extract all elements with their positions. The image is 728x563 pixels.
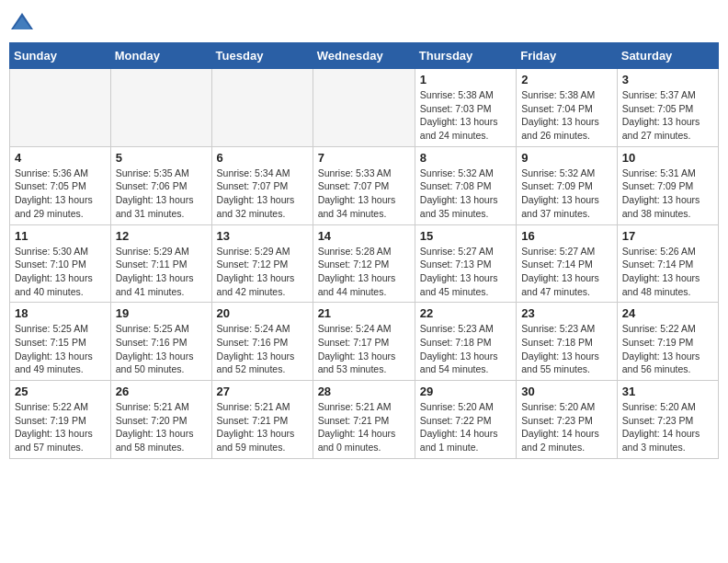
calendar-cell: 19Sunrise: 5:25 AM Sunset: 7:16 PM Dayli… [110, 303, 211, 381]
calendar-cell: 7Sunrise: 5:33 AM Sunset: 7:07 PM Daylig… [313, 146, 415, 224]
day-info: Sunrise: 5:22 AM Sunset: 7:19 PM Dayligh… [622, 322, 713, 376]
day-info: Sunrise: 5:37 AM Sunset: 7:05 PM Dayligh… [622, 88, 713, 143]
day-number: 11 [15, 229, 106, 243]
calendar-header-friday: Friday [517, 43, 618, 69]
day-info: Sunrise: 5:35 AM Sunset: 7:06 PM Dayligh… [116, 167, 207, 221]
calendar-cell: 28Sunrise: 5:21 AM Sunset: 7:21 PM Dayli… [313, 381, 415, 459]
calendar-cell: 21Sunrise: 5:24 AM Sunset: 7:17 PM Dayli… [313, 303, 415, 381]
day-info: Sunrise: 5:33 AM Sunset: 7:07 PM Dayligh… [318, 167, 410, 221]
day-number: 26 [116, 385, 207, 398]
calendar-table: SundayMondayTuesdayWednesdayThursdayFrid… [9, 42, 719, 459]
day-number: 29 [420, 385, 511, 398]
day-info: Sunrise: 5:26 AM Sunset: 7:14 PM Dayligh… [622, 245, 713, 299]
calendar-cell: 23Sunrise: 5:23 AM Sunset: 7:18 PM Dayli… [517, 303, 618, 381]
calendar-cell: 13Sunrise: 5:29 AM Sunset: 7:12 PM Dayli… [211, 224, 313, 303]
calendar-cell: 9Sunrise: 5:32 AM Sunset: 7:09 PM Daylig… [517, 146, 618, 224]
day-number: 15 [420, 229, 511, 243]
day-info: Sunrise: 5:27 AM Sunset: 7:14 PM Dayligh… [521, 245, 612, 299]
calendar-cell: 30Sunrise: 5:20 AM Sunset: 7:23 PM Dayli… [517, 381, 618, 459]
calendar-cell: 16Sunrise: 5:27 AM Sunset: 7:14 PM Dayli… [517, 224, 618, 303]
calendar-header-saturday: Saturday [617, 43, 718, 69]
day-info: Sunrise: 5:38 AM Sunset: 7:04 PM Dayligh… [521, 88, 612, 143]
day-number: 21 [318, 306, 410, 320]
calendar-header-monday: Monday [110, 43, 211, 69]
logo-icon [9, 9, 35, 35]
day-info: Sunrise: 5:25 AM Sunset: 7:15 PM Dayligh… [15, 322, 106, 376]
day-number: 16 [521, 229, 612, 243]
calendar-cell: 18Sunrise: 5:25 AM Sunset: 7:15 PM Dayli… [10, 303, 111, 381]
calendar-cell [211, 69, 313, 147]
week-row-1: 1Sunrise: 5:38 AM Sunset: 7:03 PM Daylig… [10, 69, 719, 147]
calendar-cell: 27Sunrise: 5:21 AM Sunset: 7:21 PM Dayli… [211, 381, 313, 459]
day-info: Sunrise: 5:28 AM Sunset: 7:12 PM Dayligh… [318, 245, 410, 299]
week-row-5: 25Sunrise: 5:22 AM Sunset: 7:19 PM Dayli… [10, 381, 719, 459]
calendar-cell: 6Sunrise: 5:34 AM Sunset: 7:07 PM Daylig… [211, 146, 313, 224]
day-info: Sunrise: 5:29 AM Sunset: 7:12 PM Dayligh… [217, 245, 308, 299]
day-info: Sunrise: 5:23 AM Sunset: 7:18 PM Dayligh… [420, 322, 511, 376]
day-number: 22 [420, 306, 511, 320]
day-info: Sunrise: 5:32 AM Sunset: 7:09 PM Dayligh… [521, 167, 612, 221]
day-info: Sunrise: 5:23 AM Sunset: 7:18 PM Dayligh… [521, 322, 612, 376]
day-info: Sunrise: 5:21 AM Sunset: 7:20 PM Dayligh… [116, 400, 207, 454]
calendar-cell: 5Sunrise: 5:35 AM Sunset: 7:06 PM Daylig… [110, 146, 211, 224]
calendar-cell: 3Sunrise: 5:37 AM Sunset: 7:05 PM Daylig… [617, 69, 718, 147]
calendar-cell: 10Sunrise: 5:31 AM Sunset: 7:09 PM Dayli… [617, 146, 718, 224]
calendar-cell: 4Sunrise: 5:36 AM Sunset: 7:05 PM Daylig… [10, 146, 111, 224]
day-number: 10 [622, 151, 713, 165]
day-number: 18 [15, 306, 106, 320]
day-number: 25 [15, 385, 106, 398]
day-info: Sunrise: 5:34 AM Sunset: 7:07 PM Dayligh… [217, 167, 308, 221]
day-number: 30 [521, 385, 612, 398]
calendar-cell: 2Sunrise: 5:38 AM Sunset: 7:04 PM Daylig… [517, 69, 618, 147]
day-info: Sunrise: 5:21 AM Sunset: 7:21 PM Dayligh… [318, 400, 410, 454]
calendar-cell [313, 69, 415, 147]
day-number: 28 [318, 385, 410, 398]
day-info: Sunrise: 5:20 AM Sunset: 7:23 PM Dayligh… [622, 400, 713, 454]
day-number: 12 [116, 229, 207, 243]
day-number: 20 [217, 306, 308, 320]
day-number: 7 [318, 151, 410, 165]
calendar-header-row: SundayMondayTuesdayWednesdayThursdayFrid… [10, 43, 719, 69]
calendar-cell: 29Sunrise: 5:20 AM Sunset: 7:22 PM Dayli… [415, 381, 516, 459]
calendar-cell: 25Sunrise: 5:22 AM Sunset: 7:19 PM Dayli… [10, 381, 111, 459]
logo [9, 9, 39, 35]
calendar-cell: 15Sunrise: 5:27 AM Sunset: 7:13 PM Dayli… [415, 224, 516, 303]
day-number: 24 [622, 306, 713, 320]
calendar-cell: 14Sunrise: 5:28 AM Sunset: 7:12 PM Dayli… [313, 224, 415, 303]
day-number: 31 [622, 385, 713, 398]
calendar-cell [110, 69, 211, 147]
calendar-header-tuesday: Tuesday [211, 43, 313, 69]
calendar-cell: 24Sunrise: 5:22 AM Sunset: 7:19 PM Dayli… [617, 303, 718, 381]
day-number: 13 [217, 229, 308, 243]
day-number: 8 [420, 151, 511, 165]
calendar-cell: 12Sunrise: 5:29 AM Sunset: 7:11 PM Dayli… [110, 224, 211, 303]
day-number: 2 [521, 73, 612, 86]
day-info: Sunrise: 5:24 AM Sunset: 7:16 PM Dayligh… [217, 322, 308, 376]
calendar-header-sunday: Sunday [10, 43, 111, 69]
day-number: 14 [318, 229, 410, 243]
page-header [9, 9, 719, 35]
day-info: Sunrise: 5:24 AM Sunset: 7:17 PM Dayligh… [318, 322, 410, 376]
calendar-cell [10, 69, 111, 147]
calendar-cell: 22Sunrise: 5:23 AM Sunset: 7:18 PM Dayli… [415, 303, 516, 381]
day-info: Sunrise: 5:25 AM Sunset: 7:16 PM Dayligh… [116, 322, 207, 376]
day-number: 3 [622, 73, 713, 86]
day-info: Sunrise: 5:31 AM Sunset: 7:09 PM Dayligh… [622, 167, 713, 221]
day-info: Sunrise: 5:27 AM Sunset: 7:13 PM Dayligh… [420, 245, 511, 299]
week-row-4: 18Sunrise: 5:25 AM Sunset: 7:15 PM Dayli… [10, 303, 719, 381]
calendar-cell: 11Sunrise: 5:30 AM Sunset: 7:10 PM Dayli… [10, 224, 111, 303]
day-info: Sunrise: 5:29 AM Sunset: 7:11 PM Dayligh… [116, 245, 207, 299]
calendar-header-wednesday: Wednesday [313, 43, 415, 69]
calendar-cell: 8Sunrise: 5:32 AM Sunset: 7:08 PM Daylig… [415, 146, 516, 224]
day-number: 17 [622, 229, 713, 243]
day-info: Sunrise: 5:20 AM Sunset: 7:22 PM Dayligh… [420, 400, 511, 454]
day-number: 6 [217, 151, 308, 165]
day-number: 23 [521, 306, 612, 320]
day-number: 27 [217, 385, 308, 398]
calendar-cell: 31Sunrise: 5:20 AM Sunset: 7:23 PM Dayli… [617, 381, 718, 459]
calendar-header-thursday: Thursday [415, 43, 516, 69]
day-number: 19 [116, 306, 207, 320]
day-info: Sunrise: 5:32 AM Sunset: 7:08 PM Dayligh… [420, 167, 511, 221]
week-row-2: 4Sunrise: 5:36 AM Sunset: 7:05 PM Daylig… [10, 146, 719, 224]
calendar-cell: 1Sunrise: 5:38 AM Sunset: 7:03 PM Daylig… [415, 69, 516, 147]
